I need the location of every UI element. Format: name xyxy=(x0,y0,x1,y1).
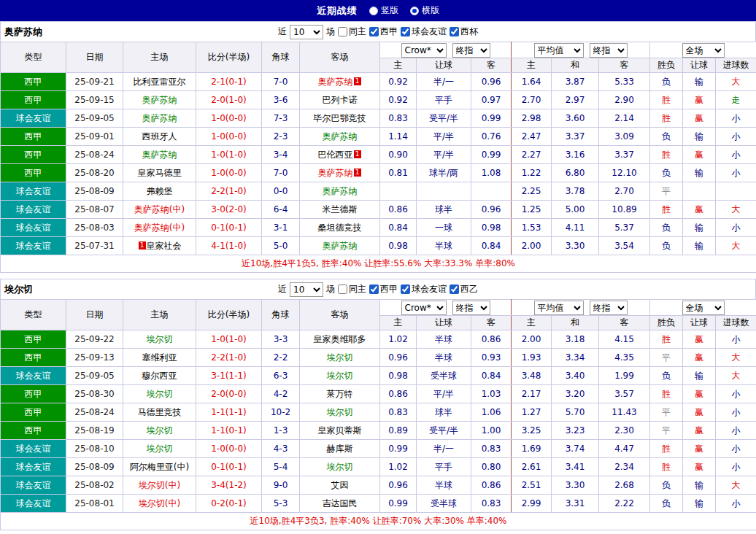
match-score[interactable]: 1-0(0-0) xyxy=(196,128,262,146)
avg-final-select[interactable]: 终指 xyxy=(590,301,628,315)
odds-final-select[interactable]: 终指 xyxy=(452,43,490,58)
match-score[interactable]: 1-1(0-1) xyxy=(196,422,262,440)
layout-option-vertical[interactable]: 竖版 xyxy=(369,4,398,17)
radio-icon-vertical xyxy=(369,7,378,15)
team-link[interactable]: 埃尔切 xyxy=(327,462,353,472)
same-home-checkbox[interactable] xyxy=(338,285,347,294)
match-score[interactable]: 2-2(1-0) xyxy=(196,349,262,367)
segunda-checkbox[interactable] xyxy=(450,285,459,294)
odds-source-select[interactable]: Crow* xyxy=(401,43,447,58)
match-score[interactable]: 2-0(1-0) xyxy=(196,91,262,109)
team-link[interactable]: 埃尔切 xyxy=(327,407,353,417)
filter-cup[interactable]: 西杯 xyxy=(450,26,478,38)
goals-flag: 走 xyxy=(716,91,756,109)
team-link[interactable]: 奥萨苏纳 xyxy=(142,150,177,160)
team-link[interactable]: 埃尔切 xyxy=(327,352,353,363)
match-score[interactable]: 4-1(1-0) xyxy=(196,237,262,255)
team-link[interactable]: 巴列卡诺 xyxy=(323,95,358,105)
team-link[interactable]: 奥萨苏纳 xyxy=(318,168,353,178)
odds-source-select[interactable]: Crow* xyxy=(401,301,447,315)
team-link[interactable]: 埃尔切 xyxy=(147,425,173,436)
match-score[interactable]: 2-0(0-0) xyxy=(196,385,262,403)
handicap-flag: 赢 xyxy=(683,91,716,109)
team-link[interactable]: 埃尔切 xyxy=(147,389,173,399)
avg-source-select[interactable]: 平均值 xyxy=(534,301,584,315)
team-link[interactable]: 穆尔西亚 xyxy=(142,371,177,381)
team-link[interactable]: 埃尔切(中) xyxy=(139,498,180,508)
filter-laliga[interactable]: 西甲 xyxy=(369,283,398,295)
away-team: 赫库斯 xyxy=(300,440,380,458)
col-home: 主场 xyxy=(123,300,196,330)
team-link[interactable]: 阿尔梅里亚(中) xyxy=(130,462,189,472)
team-link[interactable]: 比利亚雷亚尔 xyxy=(134,77,186,87)
match-count-select[interactable]: 10 xyxy=(290,25,323,39)
team-link[interactable]: 塞维利亚 xyxy=(142,352,177,363)
match-score[interactable]: 0-1(0-1) xyxy=(196,458,262,476)
team-link[interactable]: 皇家社会 xyxy=(147,241,182,251)
team-link[interactable]: 奥萨苏纳(中) xyxy=(134,222,185,233)
team-link[interactable]: 埃尔切(中) xyxy=(139,480,180,490)
match-score[interactable]: 1-0(0-0) xyxy=(196,164,262,182)
match-count-select[interactable]: 10 xyxy=(290,282,323,297)
match-score[interactable]: 0-2(0-1) xyxy=(196,495,262,513)
match-score[interactable]: 0-1(0-1) xyxy=(196,219,262,237)
match-score[interactable]: 1-0(1-0) xyxy=(196,330,262,349)
match-score[interactable]: 1-1(1-1) xyxy=(196,403,262,422)
match-score[interactable]: 2-1(0-1) xyxy=(196,73,262,91)
filter-friendly[interactable]: 球会友谊 xyxy=(401,26,447,38)
team-link[interactable]: 米兰德斯 xyxy=(323,204,358,214)
friendly-checkbox[interactable] xyxy=(401,27,410,36)
match-row: 西甲25-08-24马德里竞技1-1(1-1)10-2埃尔切0.83球半1.06… xyxy=(1,403,756,422)
team-link[interactable]: 皇家马德里 xyxy=(138,168,182,178)
team-link[interactable]: 埃尔切 xyxy=(147,444,173,454)
match-score[interactable]: 2-2(1-0) xyxy=(196,182,262,201)
team-link[interactable]: 赫库斯 xyxy=(327,444,353,454)
layout-option-horizontal[interactable]: 横版 xyxy=(410,4,439,17)
match-score[interactable]: 3-1(1-1) xyxy=(196,367,262,385)
avg-final-select[interactable]: 终指 xyxy=(590,43,628,58)
team-link[interactable]: 桑坦德竞技 xyxy=(318,222,362,233)
match-score[interactable]: 1-0(0-0) xyxy=(196,440,262,458)
filter-laliga[interactable]: 西甲 xyxy=(369,26,398,38)
team-link[interactable]: 西班牙人 xyxy=(142,131,177,142)
team-link[interactable]: 皇家贝蒂斯 xyxy=(318,425,362,436)
avg-source-select[interactable]: 平均值 xyxy=(534,43,584,58)
cup-checkbox[interactable] xyxy=(450,27,459,36)
team-link[interactable]: 奥萨苏纳 xyxy=(142,113,177,123)
team-link[interactable]: 奥萨苏纳(中) xyxy=(134,204,185,214)
team-link[interactable]: 艾因 xyxy=(331,480,349,490)
team-link[interactable]: 毕尔巴鄂竞技 xyxy=(314,113,366,123)
scope-select[interactable]: 全场 xyxy=(682,43,725,58)
match-score[interactable]: 1-0(1-0) xyxy=(196,146,262,164)
team-link[interactable]: 吉达国民 xyxy=(323,498,358,508)
filter-friendly[interactable]: 球会友谊 xyxy=(401,283,447,295)
scope-select[interactable]: 全场 xyxy=(682,301,725,315)
filter-segunda[interactable]: 西乙 xyxy=(450,283,478,295)
team-link[interactable]: 弗赖堡 xyxy=(147,186,173,196)
laliga-checkbox[interactable] xyxy=(369,27,379,36)
col-corner: 角球 xyxy=(262,300,300,330)
team-link[interactable]: 奥萨苏纳 xyxy=(142,95,177,105)
match-score[interactable]: 3-0(2-0) xyxy=(196,201,262,219)
team-link[interactable]: 奥萨苏纳 xyxy=(323,186,358,196)
team-link[interactable]: 巴伦西亚 xyxy=(318,150,353,160)
near-label: 近 xyxy=(278,26,287,38)
laliga-checkbox[interactable] xyxy=(369,285,379,294)
filter-same-home[interactable]: 同主 xyxy=(338,26,366,38)
same-home-checkbox[interactable] xyxy=(338,27,347,36)
team-link[interactable]: 埃尔切 xyxy=(147,334,173,344)
match-score[interactable]: 1-0(0-0) xyxy=(196,109,262,128)
filter-same-home[interactable]: 同主 xyxy=(338,283,366,295)
team-name: 奥萨苏纳 xyxy=(1,26,46,39)
team-link[interactable]: 奥萨苏纳 xyxy=(323,131,358,142)
match-score[interactable]: 3-4(1-2) xyxy=(196,476,262,495)
team-link[interactable]: 奥萨苏纳 xyxy=(323,241,358,251)
team-link[interactable]: 奥萨苏纳 xyxy=(318,77,353,87)
team-link[interactable]: 马德里竞技 xyxy=(138,407,182,417)
team-link[interactable]: 皇家奥维耶多 xyxy=(314,334,366,344)
red-card-badge: 1 xyxy=(139,241,146,249)
friendly-checkbox[interactable] xyxy=(401,285,410,294)
team-link[interactable]: 莱万特 xyxy=(327,389,353,399)
odds-final-select[interactable]: 终指 xyxy=(452,301,490,315)
team-link[interactable]: 埃尔切 xyxy=(327,371,353,381)
